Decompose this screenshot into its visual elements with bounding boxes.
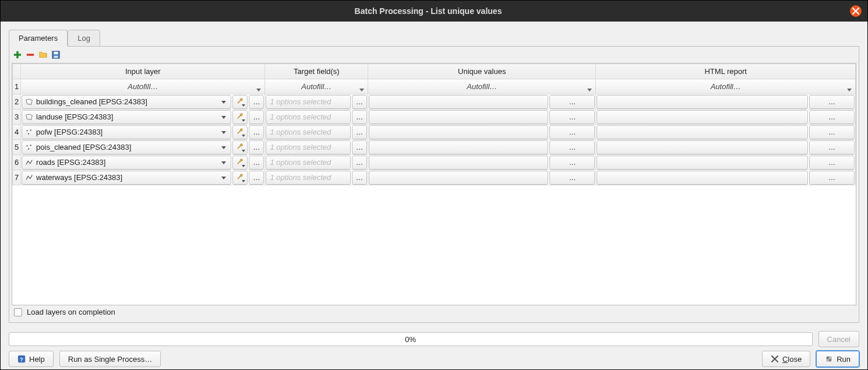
col-unique-values[interactable]: Unique values <box>368 64 596 79</box>
browse-layer-button[interactable]: … <box>249 125 264 139</box>
unique-values-input[interactable] <box>369 171 548 185</box>
browse-unique-button[interactable]: … <box>549 156 595 170</box>
target-field-input[interactable]: 1 options selected <box>266 95 351 109</box>
target-field-input[interactable]: 1 options selected <box>266 140 351 154</box>
col-input-layer[interactable]: Input layer <box>21 64 265 79</box>
load-layers-label: Load layers on completion <box>27 308 115 316</box>
input-layer-select[interactable]: buildings_cleaned [EPSG:24383] <box>22 95 231 109</box>
html-report-input[interactable] <box>597 125 808 139</box>
close-icon[interactable] <box>850 5 862 17</box>
html-report-input[interactable] <box>597 171 808 185</box>
iterate-button[interactable] <box>232 171 248 185</box>
target-field-input[interactable]: 1 options selected <box>266 110 351 124</box>
html-report-input[interactable] <box>597 95 808 109</box>
autofill-target-fields[interactable]: Autofill… <box>265 79 368 94</box>
iterate-button[interactable] <box>232 125 248 139</box>
browse-layer-button[interactable]: … <box>249 95 264 109</box>
corner-cell <box>13 64 21 79</box>
browse-unique-button[interactable]: … <box>549 171 595 185</box>
html-report-input[interactable] <box>597 156 808 170</box>
row-num: 3 <box>13 110 21 125</box>
layer-name: roads [EPSG:24383] <box>36 158 105 167</box>
iterate-button[interactable] <box>232 95 248 109</box>
browse-field-button[interactable]: … <box>352 125 367 139</box>
browse-layer-button[interactable]: … <box>249 156 264 170</box>
browse-unique-button[interactable]: … <box>549 110 595 124</box>
row-num: 5 <box>13 140 21 155</box>
autofill-unique-values[interactable]: Autofill… <box>368 79 596 94</box>
input-layer-select[interactable]: pois_cleaned [EPSG:24383] <box>22 140 231 154</box>
row-num: 4 <box>13 125 21 140</box>
unique-values-input[interactable] <box>369 140 548 154</box>
browse-html-button[interactable]: … <box>809 125 855 139</box>
iterate-button[interactable] <box>232 110 248 124</box>
target-field-input[interactable]: 1 options selected <box>266 156 351 170</box>
run-single-button[interactable]: Run as Single Process… <box>59 351 161 367</box>
svg-point-6 <box>26 130 27 131</box>
open-icon[interactable] <box>38 50 48 59</box>
browse-html-button[interactable]: … <box>809 110 855 124</box>
svg-rect-1 <box>14 54 21 56</box>
browse-field-button[interactable]: … <box>352 140 367 154</box>
browse-field-button[interactable]: … <box>352 171 367 185</box>
load-layers-checkbox[interactable] <box>14 308 22 316</box>
remove-row-icon[interactable] <box>26 50 35 59</box>
input-layer-select[interactable]: waterways [EPSG:24383] <box>22 171 231 185</box>
tab-bar: Parameters Log <box>9 30 859 47</box>
unique-values-input[interactable] <box>369 156 548 170</box>
svg-rect-4 <box>54 52 58 54</box>
autofill-input-layer[interactable]: Autofill… <box>21 79 265 94</box>
browse-html-button[interactable]: … <box>809 156 855 170</box>
titlebar: Batch Processing - List unique values <box>1 1 867 22</box>
html-report-input[interactable] <box>597 110 808 124</box>
tab-log[interactable]: Log <box>68 30 100 47</box>
browse-layer-button[interactable]: … <box>249 140 264 154</box>
browse-field-button[interactable]: … <box>352 110 367 124</box>
iterate-button[interactable] <box>232 140 248 154</box>
input-layer-select[interactable]: landuse [EPSG:24383] <box>22 110 231 124</box>
layer-geom-icon <box>24 128 34 137</box>
unique-values-input[interactable] <box>369 110 548 124</box>
col-html-report[interactable]: HTML report <box>596 64 856 79</box>
browse-layer-button[interactable]: … <box>249 171 264 185</box>
svg-point-11 <box>28 148 29 149</box>
browse-unique-button[interactable]: … <box>549 95 595 109</box>
svg-point-8 <box>28 133 29 134</box>
browse-unique-button[interactable]: … <box>549 140 595 154</box>
close-button[interactable]: Close <box>762 351 810 367</box>
col-target-fields[interactable]: Target field(s) <box>265 64 368 79</box>
unique-values-input[interactable] <box>369 95 548 109</box>
cancel-button: Cancel <box>818 331 859 347</box>
iterate-button[interactable] <box>232 156 248 170</box>
svg-rect-5 <box>54 56 58 58</box>
svg-rect-2 <box>27 54 34 56</box>
browse-unique-button[interactable]: … <box>549 125 595 139</box>
layer-geom-icon <box>24 173 34 182</box>
batch-table: Input layer Target field(s) Unique value… <box>12 63 856 305</box>
run-button[interactable]: Run <box>816 351 859 367</box>
layer-geom-icon <box>24 112 34 122</box>
browse-layer-button[interactable]: … <box>249 110 264 124</box>
browse-html-button[interactable]: … <box>809 171 855 185</box>
help-button[interactable]: ? Help <box>9 351 54 367</box>
layer-geom-icon <box>24 158 34 167</box>
input-layer-select[interactable]: pofw [EPSG:24383] <box>22 125 231 139</box>
input-layer-select[interactable]: roads [EPSG:24383] <box>22 156 231 170</box>
unique-values-input[interactable] <box>369 125 548 139</box>
browse-html-button[interactable]: … <box>809 140 855 154</box>
add-row-icon[interactable] <box>13 50 22 59</box>
layer-name: pois_cleaned [EPSG:24383] <box>36 143 131 151</box>
browse-html-button[interactable]: … <box>809 95 855 109</box>
svg-text:?: ? <box>20 356 23 362</box>
svg-point-7 <box>30 129 31 131</box>
html-report-input[interactable] <box>597 140 808 154</box>
tab-parameters[interactable]: Parameters <box>9 30 68 47</box>
window-title: Batch Processing - List unique values <box>6 6 850 16</box>
browse-field-button[interactable]: … <box>352 95 367 109</box>
autofill-html-report[interactable]: Autofill… <box>596 79 856 94</box>
row-num: 2 <box>13 94 21 110</box>
target-field-input[interactable]: 1 options selected <box>266 171 351 185</box>
save-icon[interactable] <box>51 50 61 59</box>
browse-field-button[interactable]: … <box>352 156 367 170</box>
target-field-input[interactable]: 1 options selected <box>266 125 351 139</box>
